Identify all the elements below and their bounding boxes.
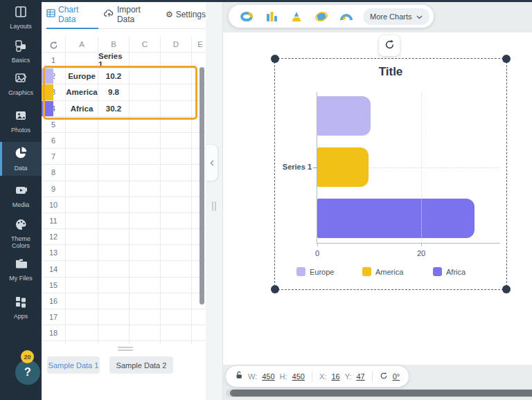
spreadsheet-cell[interactable] [130, 101, 161, 117]
row-number[interactable]: 4 [42, 101, 66, 117]
spreadsheet-cell[interactable]: Africa [66, 101, 98, 117]
chart-selection-box[interactable] [274, 58, 507, 290]
spreadsheet-cell[interactable]: America [66, 84, 98, 100]
row-number[interactable]: 15 [42, 278, 66, 293]
bar-chart-icon[interactable] [263, 10, 280, 24]
spreadsheet-cell[interactable] [66, 341, 98, 344]
spreadsheet-cell[interactable] [66, 165, 98, 181]
row-color-swatch[interactable] [42, 101, 53, 116]
spreadsheet-cell[interactable] [130, 245, 161, 261]
spreadsheet-cell[interactable] [98, 245, 130, 261]
spreadsheet-cell[interactable] [161, 261, 192, 277]
row-number[interactable]: 7 [42, 149, 66, 165]
row-number[interactable]: 13 [42, 245, 66, 261]
row-number[interactable]: 18 [42, 325, 66, 341]
spreadsheet-cell[interactable] [98, 197, 130, 213]
spreadsheet-cell[interactable] [66, 181, 98, 197]
resize-handle-bottom-left[interactable] [271, 285, 279, 293]
spreadsheet-cell[interactable] [66, 149, 98, 165]
spreadsheet-cell[interactable]: Europe [66, 69, 98, 84]
spreadsheet-cell[interactable]: 30.2 [98, 101, 130, 117]
panel-resize-handle[interactable] [118, 347, 133, 352]
row-number[interactable]: 1 [42, 53, 66, 69]
spreadsheet-cell[interactable] [161, 213, 192, 229]
spreadsheet-cell[interactable] [66, 117, 98, 133]
spreadsheet-cell[interactable] [66, 325, 98, 341]
spreadsheet-cell[interactable] [161, 101, 192, 117]
spreadsheet-cell[interactable] [130, 278, 161, 293]
spreadsheet-cell[interactable]: Series 1 [98, 53, 130, 69]
spreadsheet-cell[interactable] [130, 293, 161, 309]
spreadsheet-cell[interactable] [66, 278, 98, 293]
spreadsheet-cell[interactable] [130, 325, 161, 341]
spreadsheet-cell[interactable] [161, 117, 192, 133]
resize-handle-bottom-right[interactable] [502, 285, 511, 293]
spreadsheet-cell[interactable] [98, 229, 130, 245]
spreadsheet-cell[interactable] [130, 69, 161, 84]
spreadsheet-cell[interactable] [161, 53, 192, 69]
spreadsheet-cell[interactable] [66, 53, 98, 69]
spreadsheet-cell[interactable] [130, 341, 161, 344]
spreadsheet-cell[interactable] [130, 133, 161, 149]
spreadsheet-cell[interactable] [98, 261, 130, 277]
spreadsheet-cell[interactable] [98, 325, 130, 341]
sidebar-item-graphics[interactable]: Graphics [0, 72, 42, 96]
sidebar-item-layouts[interactable]: Layouts [0, 6, 42, 30]
row-number[interactable]: 12 [42, 229, 66, 245]
spreadsheet-cell[interactable] [98, 149, 130, 165]
donut-chart-icon[interactable] [238, 10, 255, 24]
spreadsheet-cell[interactable] [66, 245, 98, 261]
spreadsheet-cell[interactable] [192, 341, 206, 344]
spreadsheet-cell[interactable] [98, 293, 130, 309]
row-number[interactable]: 11 [42, 213, 66, 229]
spreadsheet-cell[interactable]: 9.8 [98, 84, 130, 100]
row-number[interactable]: 5 [42, 117, 66, 133]
spreadsheet-cell[interactable] [98, 341, 130, 344]
y-field[interactable]: 47 [356, 372, 364, 381]
help-button[interactable]: ? [15, 360, 40, 385]
spreadsheet-cell[interactable] [130, 117, 161, 133]
resize-handle-top-right[interactable] [502, 55, 511, 63]
sidebar-item-media[interactable]: Media [0, 184, 42, 208]
column-header-A[interactable]: A [66, 37, 98, 53]
tab-import-data[interactable]: Import Data [104, 0, 155, 28]
spreadsheet-cell[interactable] [130, 53, 161, 69]
spreadsheet-cell[interactable] [161, 197, 192, 213]
spreadsheet-cell[interactable] [161, 293, 192, 309]
row-number[interactable]: 16 [42, 293, 66, 309]
sample-data-2-button[interactable]: Sample Data 2 [109, 356, 173, 374]
spreadsheet-cell[interactable] [130, 84, 161, 100]
resize-handle-top-left[interactable] [271, 55, 279, 63]
x-field[interactable]: 16 [331, 372, 339, 381]
spreadsheet-cell[interactable] [98, 213, 130, 229]
spreadsheet-cell[interactable] [98, 278, 130, 293]
arc-chart-icon[interactable] [338, 10, 355, 24]
spreadsheet-cell[interactable] [161, 325, 192, 341]
spreadsheet-cell[interactable] [130, 181, 161, 197]
spreadsheet-cell[interactable] [66, 197, 98, 213]
sidebar-item-photos[interactable]: Photos [0, 109, 42, 134]
spreadsheet-vertical-scrollbar[interactable] [200, 67, 204, 304]
sidebar-item-basics[interactable]: Basics [0, 39, 42, 64]
spreadsheet-cell[interactable] [161, 69, 192, 84]
refresh-data-icon[interactable] [49, 40, 58, 53]
rotate-handle-button[interactable] [379, 35, 400, 56]
spreadsheet-cell[interactable]: 10.2 [98, 69, 130, 84]
spreadsheet-cell[interactable] [98, 117, 130, 133]
spreadsheet-cell[interactable] [66, 261, 98, 277]
column-header-B[interactable]: B [98, 37, 130, 53]
spreadsheet-cell[interactable] [161, 229, 192, 245]
row-number[interactable]: 17 [42, 309, 66, 325]
sidebar-item-theme-colors[interactable]: Theme Colors [0, 218, 42, 250]
spreadsheet-cell[interactable] [66, 309, 98, 325]
spreadsheet-cell[interactable] [161, 278, 192, 293]
sidebar-item-apps[interactable]: Apps [0, 296, 42, 320]
spreadsheet-cell[interactable] [130, 165, 161, 181]
column-header-E[interactable]: E [192, 37, 206, 53]
row-number[interactable]: 6 [42, 133, 66, 149]
spreadsheet-cell[interactable] [192, 53, 206, 69]
sidebar-item-data[interactable]: Data [0, 142, 42, 176]
spreadsheet-cell[interactable] [161, 133, 192, 149]
row-number[interactable]: 3 [42, 84, 66, 100]
unlock-icon[interactable] [235, 370, 243, 383]
